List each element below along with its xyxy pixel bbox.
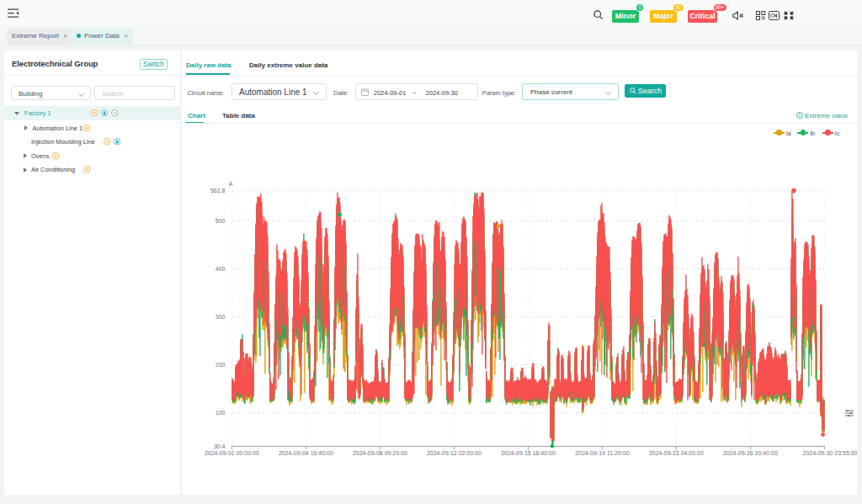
- svg-text:2024-09-15 18:40:00: 2024-09-15 18:40:00: [501, 450, 556, 456]
- svg-text:2024-09-23 04:00:00: 2024-09-23 04:00:00: [649, 450, 704, 456]
- svg-text:2024-09-04 16:40:00: 2024-09-04 16:40:00: [279, 450, 333, 456]
- svg-text:500: 500: [216, 218, 226, 224]
- svg-text:2024-09-19 11:20:00: 2024-09-19 11:20:00: [575, 450, 630, 456]
- svg-text:100: 100: [216, 410, 226, 416]
- svg-text:300: 300: [216, 314, 226, 320]
- svg-text:2024-09-26 20:40:00: 2024-09-26 20:40:00: [723, 450, 778, 456]
- svg-text:562.8: 562.8: [210, 188, 226, 194]
- svg-text:2024-09-01 00:00:00: 2024-09-01 00:00:00: [205, 450, 259, 456]
- svg-text:A: A: [229, 181, 233, 187]
- svg-text:2024-09-30 23:55:00: 2024-09-30 23:55:00: [803, 450, 858, 456]
- svg-text:2024-09-08 09:20:00: 2024-09-08 09:20:00: [353, 450, 407, 456]
- svg-text:2024-09-12 02:00:00: 2024-09-12 02:00:00: [427, 450, 482, 456]
- svg-text:30.4: 30.4: [214, 443, 226, 449]
- svg-text:200: 200: [216, 362, 226, 368]
- svg-text:400: 400: [216, 266, 226, 272]
